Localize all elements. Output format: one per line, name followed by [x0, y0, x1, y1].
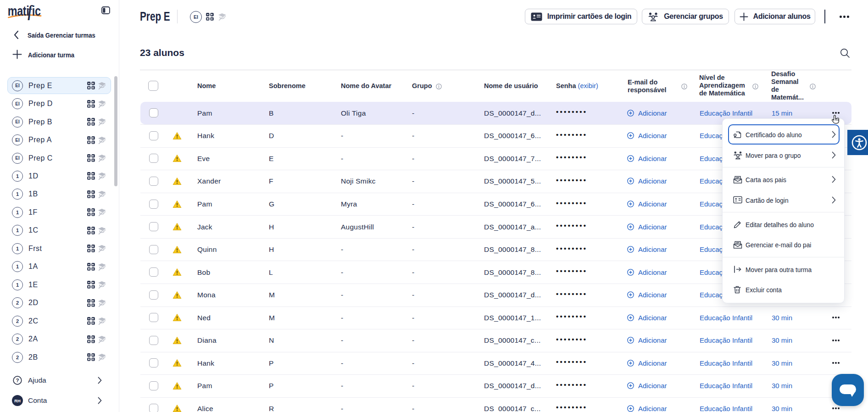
svg-text:ic: ic: [32, 3, 41, 18]
svg-text:?: ?: [16, 378, 19, 383]
svg-text:mati: mati: [8, 3, 29, 18]
